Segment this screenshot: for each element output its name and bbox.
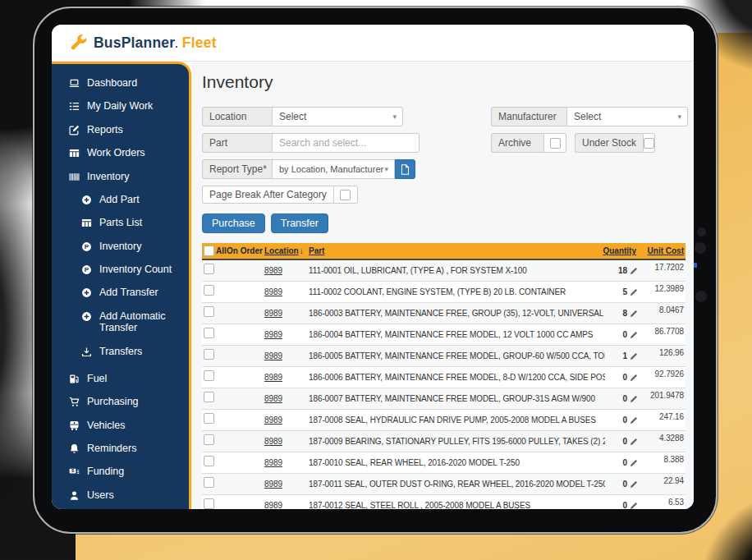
- location-link[interactable]: 8989: [264, 330, 309, 339]
- quantity-cell: 8: [605, 309, 638, 318]
- checklist-icon: [69, 101, 80, 112]
- quantity-cell: 0: [605, 501, 638, 509]
- row-checkbox-cell: [202, 431, 227, 447]
- page-break-checkbox[interactable]: [340, 190, 351, 200]
- purchase-button[interactable]: Purchase: [202, 213, 265, 233]
- sidebar-item-label: Inventory Count: [99, 264, 172, 275]
- part-search-input[interactable]: Search and select...: [272, 133, 420, 153]
- header-unit-cost-sort[interactable]: Unit Cost: [648, 246, 686, 255]
- sidebar-item-inventory-count[interactable]: PInventory Count: [81, 258, 184, 281]
- table-row: 8989 186-0003 BATTERY, MAINTENANCE FREE,…: [202, 303, 686, 324]
- header-quantity-sort[interactable]: Quantity: [603, 246, 638, 255]
- row-checkbox[interactable]: [204, 306, 214, 317]
- row-checkbox[interactable]: [204, 349, 214, 360]
- edit-pencil-icon[interactable]: [630, 331, 638, 339]
- location-link[interactable]: 8989: [264, 373, 309, 382]
- sidebar-item-parts-list[interactable]: Parts List: [81, 211, 184, 234]
- under-stock-checkbox[interactable]: [644, 138, 654, 149]
- edit-pencil-icon[interactable]: [630, 480, 638, 489]
- sidebar-item-inventory[interactable]: Inventory: [69, 165, 184, 188]
- edit-pencil-icon[interactable]: [630, 374, 638, 382]
- part-description: 187-0009 BEARING, STATIONARY PULLEY, FIT…: [309, 437, 605, 446]
- inventory-table-body: 8989 111-0001 OIL, LUBRICANT, (TYPE A) ,…: [202, 260, 686, 509]
- row-checkbox[interactable]: [204, 477, 214, 488]
- row-checkbox[interactable]: [204, 328, 214, 338]
- archive-checkbox-cell[interactable]: [543, 133, 566, 153]
- manufacturer-select[interactable]: Select▾: [566, 107, 688, 126]
- location-link[interactable]: 8989: [264, 415, 309, 425]
- location-select[interactable]: Select▾: [272, 107, 403, 126]
- sidebar-item-settings[interactable]: Settings: [69, 507, 184, 509]
- location-link[interactable]: 8989: [264, 437, 309, 446]
- row-checkbox[interactable]: [204, 413, 214, 424]
- bell-icon: [69, 443, 80, 454]
- location-link[interactable]: 8989: [264, 287, 309, 296]
- sidebar-item-funding[interactable]: $Funding: [69, 460, 184, 483]
- edit-pencil-icon[interactable]: [630, 459, 638, 467]
- unit-cost-value: 92.7926: [638, 367, 686, 379]
- sidebar-item-add-part[interactable]: Add Part: [81, 188, 184, 211]
- edit-pencil-icon[interactable]: [630, 267, 638, 275]
- location-link[interactable]: 8989: [264, 458, 309, 467]
- row-checkbox[interactable]: [204, 456, 214, 466]
- sidebar-item-label: Fuel: [87, 373, 107, 384]
- row-checkbox-cell: [202, 495, 227, 509]
- main-content: Inventory Location Select▾ Manufacturer …: [191, 62, 694, 509]
- sidebar-item-purchasing[interactable]: Purchasing: [69, 390, 184, 413]
- report-type-select[interactable]: by Location, Manufacturer▾: [272, 159, 395, 179]
- row-checkbox[interactable]: [204, 370, 214, 381]
- page-break-checkbox-cell[interactable]: [333, 186, 358, 204]
- quantity-cell: 5: [605, 287, 638, 296]
- export-report-button[interactable]: [395, 159, 415, 179]
- table-row: 8989 186-0004 BATTERY, MAINTENANCE FREE …: [202, 324, 686, 346]
- edit-pencil-icon[interactable]: [630, 438, 638, 446]
- sidebar-item-vehicles[interactable]: Vehicles: [69, 414, 184, 437]
- tablet-camera-dot: [695, 242, 706, 254]
- sidebar-item-fuel[interactable]: Fuel: [69, 367, 184, 390]
- brand-logo[interactable]: BusPlanner. Fleet: [69, 34, 217, 53]
- location-link[interactable]: 8989: [264, 351, 309, 360]
- row-checkbox-cell: [202, 474, 227, 489]
- sidebar-item-add-automatic-transfer[interactable]: Add Automatic Transfer: [81, 305, 184, 340]
- row-checkbox[interactable]: [204, 434, 214, 445]
- location-link[interactable]: 8989: [264, 394, 309, 403]
- location-link[interactable]: 8989: [264, 501, 309, 509]
- page-title: Inventory: [202, 72, 686, 92]
- sidebar-item-dashboard[interactable]: Dashboard: [69, 71, 184, 94]
- sidebar-item-reports[interactable]: Reports: [69, 118, 184, 141]
- row-checkbox[interactable]: [204, 392, 214, 402]
- location-link[interactable]: 8989: [264, 266, 309, 275]
- archive-checkbox[interactable]: [550, 138, 561, 149]
- sidebar-item-label: Add Part: [99, 194, 140, 205]
- tablet-indicator-light: [694, 263, 697, 268]
- sidebar-item-add-transfer[interactable]: Add Transfer: [81, 281, 184, 304]
- sidebar-item-users[interactable]: Users: [69, 484, 184, 507]
- row-checkbox[interactable]: [204, 498, 214, 509]
- part-label: Part: [202, 133, 272, 153]
- sidebar-item-label: Dashboard: [87, 77, 137, 89]
- edit-pencil-icon[interactable]: [630, 352, 638, 360]
- location-link[interactable]: 8989: [264, 480, 309, 489]
- under-stock-checkbox-cell[interactable]: [643, 133, 655, 153]
- edit-pencil-icon[interactable]: [630, 288, 638, 296]
- sidebar-item-label: Funding: [87, 466, 124, 477]
- sidebar-item-inventory[interactable]: PInventory: [81, 235, 184, 258]
- edit-pencil-icon[interactable]: [630, 502, 638, 510]
- header-location-sort[interactable]: Location↓: [264, 246, 309, 255]
- unit-cost-value: 22.94: [638, 474, 686, 485]
- select-all-checkbox[interactable]: [204, 246, 214, 256]
- transfer-button[interactable]: Transfer: [271, 213, 328, 233]
- quantity-value: 0: [623, 394, 627, 403]
- row-checkbox[interactable]: [204, 264, 214, 274]
- sidebar-item-work-orders[interactable]: Work Orders: [69, 141, 184, 164]
- location-link[interactable]: 8989: [264, 309, 309, 318]
- wrench-logo-icon: [69, 34, 88, 53]
- sidebar-item-transfers[interactable]: Transfers: [81, 340, 184, 363]
- sidebar-item-my-daily-work[interactable]: My Daily Work: [69, 94, 184, 117]
- edit-pencil-icon[interactable]: [630, 395, 638, 403]
- edit-pencil-icon[interactable]: [630, 416, 638, 425]
- sidebar-item-reminders[interactable]: Reminders: [69, 437, 184, 460]
- edit-pencil-icon[interactable]: [630, 310, 638, 318]
- header-part-sort[interactable]: Part: [309, 246, 605, 255]
- row-checkbox[interactable]: [204, 285, 214, 296]
